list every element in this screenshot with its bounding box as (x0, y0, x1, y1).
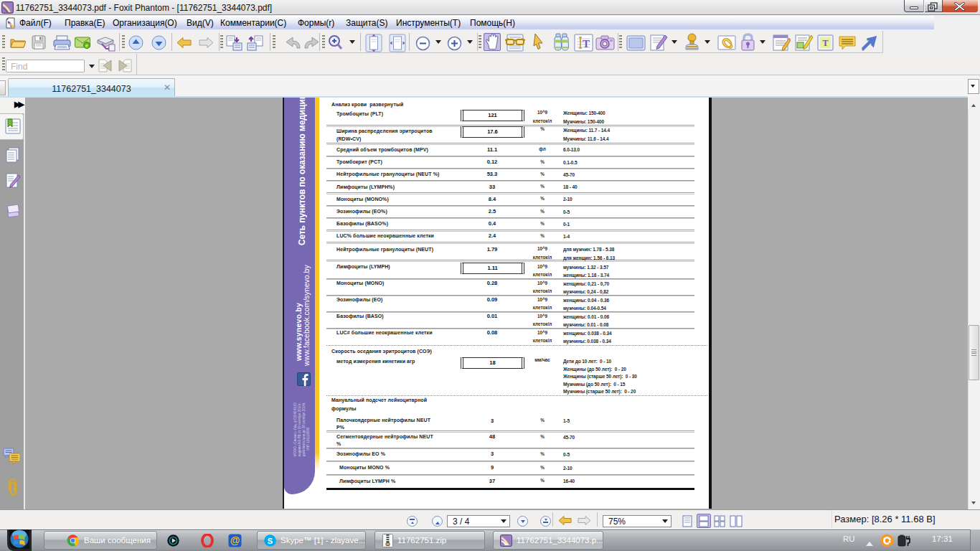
svg-text:T: T (822, 38, 828, 48)
svg-text:e: e (85, 43, 88, 48)
svg-text:T: T (583, 38, 590, 50)
svg-text:@: @ (230, 534, 240, 546)
svg-text:S: S (268, 537, 273, 545)
